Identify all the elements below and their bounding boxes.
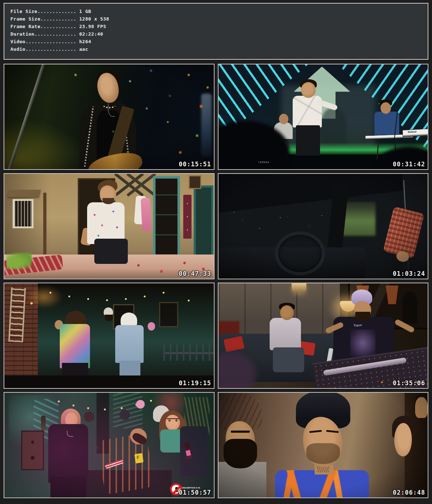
video-frame-thumbnail-3: 00:47:33 [4, 173, 215, 279]
denim-jacket [115, 325, 144, 363]
frame-timestamp: 00:31:42 [393, 161, 425, 168]
info-label: Audio [10, 46, 26, 52]
picture-frame [189, 175, 201, 189]
info-dots: ............ [40, 24, 76, 29]
frame-timestamp: 01:50:57 [179, 489, 211, 496]
info-row-frame-rate: Frame Rate............23.98 FPS [10, 23, 428, 30]
info-label: Duration [10, 31, 35, 37]
contact-sheet-page: File Size.............1 GB Frame Size...… [0, 3, 432, 498]
info-label: Frame Rate [10, 24, 40, 29]
info-value: 1 GB [76, 9, 91, 14]
video-frame-thumbnail-7: F ALCOHOL CONSUMPTION IS IN 01:50:57 [4, 392, 215, 498]
keyboardist-face [381, 102, 391, 114]
video-frame-thumbnail-4: 01:03:24 [218, 173, 429, 279]
teal-door-far [194, 185, 213, 257]
frame-timestamp: 00:15:51 [179, 161, 211, 168]
bystander-face [148, 322, 155, 330]
drum-brand-label: YAMAHA [258, 161, 269, 164]
barred-window [13, 199, 33, 228]
frame-timestamp: 01:19:15 [179, 379, 211, 387]
drain-pipe [43, 193, 46, 260]
producer-beard [355, 312, 370, 321]
info-value: 23.98 FPS [76, 24, 106, 29]
frame-timestamp: 00:47:33 [179, 270, 211, 277]
vignette-overlay [4, 64, 214, 169]
info-value: aac [76, 46, 88, 52]
singer-face [301, 82, 316, 98]
info-dots: ................. [26, 46, 77, 52]
turban-man-beard [105, 315, 113, 321]
info-label: Video [10, 39, 26, 44]
video-frame-thumbnail-8: 02:06:48 [218, 392, 429, 498]
singer-pants [296, 125, 320, 156]
frame-timestamp: 02:06:48 [393, 489, 425, 496]
info-row-duration: Duration..............02:22:40 [10, 30, 428, 38]
patch-letter: F [135, 453, 143, 460]
tshirt-graphic [350, 329, 375, 357]
hanging-clothes-pink [140, 198, 152, 231]
video-frame-thumbnail-2: YAMAHA Roland 00:31:42 [218, 64, 429, 170]
thumbnail-grid: 00:15:51 YAMAHA Roland [4, 64, 428, 498]
info-dots: ............ [40, 16, 76, 22]
video-frame-thumbnail-5: 01:19:15 [4, 283, 215, 389]
letter-patch: F [135, 453, 144, 463]
man-pants [94, 239, 128, 264]
info-value: 02:22:40 [76, 31, 103, 37]
info-dots: .............. [35, 31, 77, 37]
media-info-panel: File Size.............1 GB Frame Size...… [4, 3, 428, 60]
seated-man-sweatshirt [270, 318, 301, 350]
tshirt-text: Tupac [353, 323, 362, 327]
info-row-frame-size: Frame Size............1280 x 538 [10, 15, 428, 23]
railing [163, 344, 214, 361]
seated-man-face [280, 305, 294, 320]
info-dots: ................. [26, 39, 77, 44]
info-dots: ............. [37, 9, 76, 14]
info-row-video: Video.................h264 [10, 38, 428, 45]
info-row-audio: Audio.................aac [10, 45, 428, 53]
roland-keyboard: Roland [402, 129, 428, 137]
frame-timestamp: 01:35:06 [393, 379, 425, 387]
info-row-file-size: File Size.............1 GB [10, 8, 428, 15]
vignette-overlay [219, 393, 428, 498]
vignette-overlay [219, 174, 428, 279]
video-frame-thumbnail-1: 00:15:51 [4, 64, 215, 170]
info-value: h264 [76, 39, 91, 44]
info-value: 1280 x 538 [76, 16, 109, 22]
teal-door [153, 176, 180, 258]
keyboard-brand-label: Roland [403, 129, 428, 134]
frame-timestamp: 01:03:24 [393, 270, 425, 277]
plant-leaves [6, 252, 32, 269]
colorful-shawl [60, 324, 90, 368]
magenta-light-wash [4, 393, 214, 498]
wall-textile [183, 195, 192, 239]
wall-sconce [292, 283, 306, 293]
doodle-shirt [87, 202, 125, 244]
info-label: Frame Size [10, 16, 40, 22]
figure-behind-glass [402, 292, 417, 323]
seated-man-jeans [273, 347, 304, 373]
window-awning [8, 190, 41, 197]
drummer-face [279, 114, 288, 124]
info-label: File Size [10, 9, 37, 14]
video-frame-thumbnail-6: Tupac 01:35:06 [218, 283, 429, 389]
